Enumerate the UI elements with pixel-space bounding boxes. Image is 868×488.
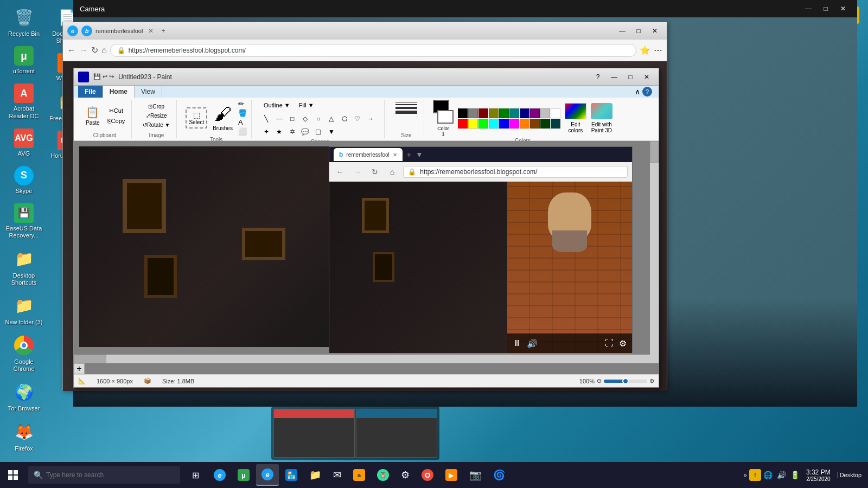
color-cell-18[interactable] [540,119,550,129]
inner-browser-tab-dropdown[interactable]: ▼ [416,150,423,159]
ribbon-collapse-btn[interactable]: ∧ [635,87,640,96]
color-cell-16[interactable] [520,119,529,129]
zoom-slider-thumb[interactable] [622,378,629,384]
eraser-icon[interactable]: ⬜ [238,127,247,136]
taskbar-app-explorer[interactable]: 📁 [304,464,327,486]
paint3d-label[interactable]: Edit withPaint 3D [591,121,612,133]
color-cell-1[interactable] [468,108,478,118]
inner-refresh-btn[interactable]: ↻ [368,165,381,178]
paint-close-btn[interactable]: ✕ [639,71,654,83]
color-cell-8[interactable] [540,108,550,118]
edit-colors-btn[interactable]: Editcolors [565,121,586,133]
desktop-icon-shortcuts[interactable]: 📁 Desktop Shortcuts [2,245,46,290]
taskbar-app-camera[interactable]: 📷 [464,464,487,486]
shape-star4[interactable]: ✦ [260,126,272,138]
scrollbar-thumb-v[interactable] [650,141,659,163]
camera-minimize-btn[interactable]: — [801,3,816,15]
desktop-icon-utorrent[interactable]: µ uTorrent [2,43,46,78]
shape-more[interactable]: ▼ [326,126,337,138]
paint-help-icon[interactable]: ? [642,87,652,97]
paint-scrollbar-horizontal[interactable] [74,355,650,363]
color-cell-17[interactable] [530,119,540,129]
paste-btn[interactable]: 📋 Paste [82,104,103,128]
browser-refresh[interactable]: ↻ [91,45,98,55]
pencil-icon[interactable]: ✏ [238,100,247,108]
color-cell-15[interactable] [509,119,519,129]
color-cell-19[interactable] [551,119,560,129]
taskbar-app-amazon[interactable]: a [348,464,371,486]
tray-network-icon[interactable]: 🌐 [763,471,773,479]
browser-close-tab[interactable]: ✕ [148,27,154,35]
shape-pentagon[interactable]: ⬠ [339,113,350,125]
paint-maximize-btn[interactable]: □ [623,71,638,83]
browser-url-bar[interactable]: 🔒 https://rememeberlessfool.blogspot.com… [110,44,636,57]
fullscreen-btn[interactable]: ⛶ [605,338,614,348]
color-cell-9[interactable] [551,108,560,118]
desktop-icon-easeus[interactable]: 💾 EaseUS Data Recovery... [2,200,46,242]
taskbar-search-bar[interactable]: 🔍 [28,466,180,484]
taskbar-app-edge-2[interactable]: e [256,464,279,486]
desktop-icon-chrome[interactable]: Google Chrome [2,331,46,376]
task-view-btn[interactable]: ⊞ [184,464,206,486]
inner-browser-new-tab[interactable]: + [407,150,411,159]
taskbar-app-edge[interactable]: e [208,464,231,486]
select-btn[interactable]: ⬚ Select [186,107,207,129]
pause-btn[interactable]: ⏸ [513,338,521,348]
color-cell-11[interactable] [468,119,478,129]
system-clock[interactable]: 3:32 PM 2/25/2020 [802,468,835,482]
thumb-2[interactable] [356,409,437,458]
color-cell-14[interactable] [499,119,509,129]
shape-hline[interactable]: — [273,113,285,125]
paint3d-icon[interactable] [591,103,612,119]
desktop-icon-skype[interactable]: S Skype [2,163,46,198]
shape-callout[interactable]: 💬 [299,126,311,138]
size-3[interactable] [395,107,417,109]
shape-diamond[interactable]: ◇ [299,113,311,125]
inner-browser-close-tab[interactable]: ✕ [393,152,397,158]
tray-volume-icon[interactable]: 🔊 [777,471,786,479]
browser-maximize[interactable]: □ [631,25,646,37]
desktop-icon-tor[interactable]: 🌍 Tor Browser [2,378,46,415]
inner-browser-url[interactable]: 🔒 https://rememeberlessfool.blogspot.com… [403,166,628,178]
browser-menu[interactable]: ⋯ [654,45,662,55]
browser-forward[interactable]: → [79,46,88,55]
shape-star5[interactable]: ★ [273,126,285,138]
paint-tab-file[interactable]: File [78,86,103,98]
start-button[interactable] [0,462,26,488]
size-1[interactable] [395,102,417,102]
taskbar-app-app1[interactable]: ⚙ [395,464,415,486]
cut-btn[interactable]: ✂ Cut [105,106,127,115]
outline-btn[interactable]: Outline ▼ [260,100,293,111]
paint-minimize-btn[interactable]: — [607,71,622,83]
taskbar-app-misc[interactable]: 🌀 [488,464,510,486]
scrollbar-thumb-h[interactable] [74,355,106,363]
browser-home[interactable]: ⌂ [101,46,107,55]
color-cell-4[interactable] [499,108,509,118]
taskbar-app-tripadvisor[interactable]: 🦉 [372,464,394,486]
inner-browser-tab[interactable]: b rememberlessfool ✕ [334,148,403,161]
paint-help-btn[interactable]: ? [590,71,605,83]
inner-home-btn[interactable]: ⌂ [386,165,399,178]
crop-btn[interactable]: ⊡ Crop [141,102,172,111]
zoom-slider[interactable] [604,380,647,383]
volume-btn[interactable]: 🔊 [527,338,538,349]
brushes-btn[interactable]: 🖌 Brushes [209,102,236,133]
size-2[interactable] [395,104,417,105]
color-cell-6[interactable] [520,108,529,118]
browser-new-tab[interactable]: + [161,27,165,35]
color-cell-2[interactable] [478,108,488,118]
shape-heart[interactable]: ♡ [352,113,363,125]
taskbar-app-store[interactable]: 🏪 [280,464,303,486]
taskbar-app-vlc[interactable]: ▶ [440,464,463,486]
shape-rect[interactable]: □ [286,113,298,125]
edit-colors-swatch[interactable] [565,103,586,119]
taskbar-app-utorrent[interactable]: µ [232,464,255,486]
zoom-minus-btn[interactable]: ⊖ [597,377,602,384]
browser-close[interactable]: ✕ [647,25,662,37]
color-cell-5[interactable] [509,108,519,118]
thumb-1[interactable] [273,409,355,458]
color-cell-7[interactable] [530,108,540,118]
zoom-plus-btn[interactable]: ⊕ [649,377,654,384]
shape-line[interactable]: ╲ [260,113,272,125]
fill-icon[interactable]: 🪣 [238,109,247,117]
